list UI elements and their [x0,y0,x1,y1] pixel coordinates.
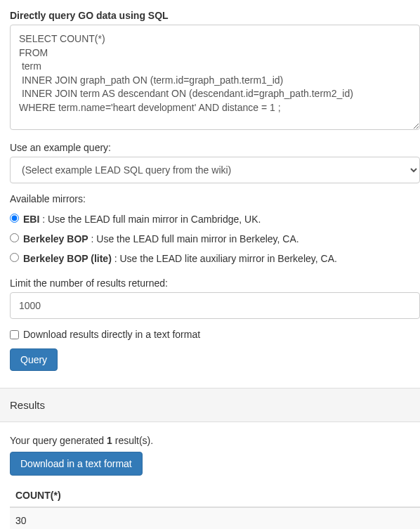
mirror-desc: : Use the LEAD full main mirror in Berke… [91,233,299,244]
mirror-radio-berkeley-bop[interactable] [10,233,19,242]
mirror-radio-berkeley-bop-lite[interactable] [10,253,19,262]
query-button[interactable]: Query [10,348,58,371]
results-table: COUNT(*) 30 [10,484,420,529]
mirror-option-berkeley-bop[interactable]: Berkeley BOP : Use the LEAD full main mi… [10,228,420,248]
mirror-desc: : Use the LEAD full main mirror in Cambr… [42,214,261,225]
download-text-checkbox[interactable] [10,330,19,339]
mirror-radio-ebi[interactable] [10,214,19,223]
results-heading: Results [0,388,420,422]
mirror-desc: : Use the LEAD lite auxiliary mirror in … [114,253,337,264]
download-results-button[interactable]: Download in a text format [10,452,143,476]
results-summary: Your query generated 1 result(s). [10,435,420,446]
table-header-cell: COUNT(*) [10,484,420,507]
example-query-label: Use an example query: [10,142,420,153]
sql-query-textarea[interactable] [10,25,420,130]
example-query-select[interactable]: (Select example LEAD SQL query from the … [10,157,420,183]
mirror-name: Berkeley BOP (lite) [23,253,112,264]
table-cell: 30 [10,507,420,529]
mirror-option-ebi[interactable]: EBI : Use the LEAD full main mirror in C… [10,209,420,228]
mirror-option-berkeley-bop-lite[interactable]: Berkeley BOP (lite) : Use the LEAD lite … [10,248,420,268]
table-row: 30 [10,507,420,529]
limit-input[interactable] [10,292,420,319]
mirror-name: Berkeley BOP [23,233,88,244]
mirror-list: EBI : Use the LEAD full main mirror in C… [10,209,420,268]
sql-query-label: Directly query GO data using SQL [10,10,420,21]
download-text-label: Download results directly in a text form… [23,329,200,340]
mirrors-label: Available mirrors: [10,193,420,204]
limit-label: Limit the number of results returned: [10,277,420,289]
mirror-name: EBI [23,214,39,225]
